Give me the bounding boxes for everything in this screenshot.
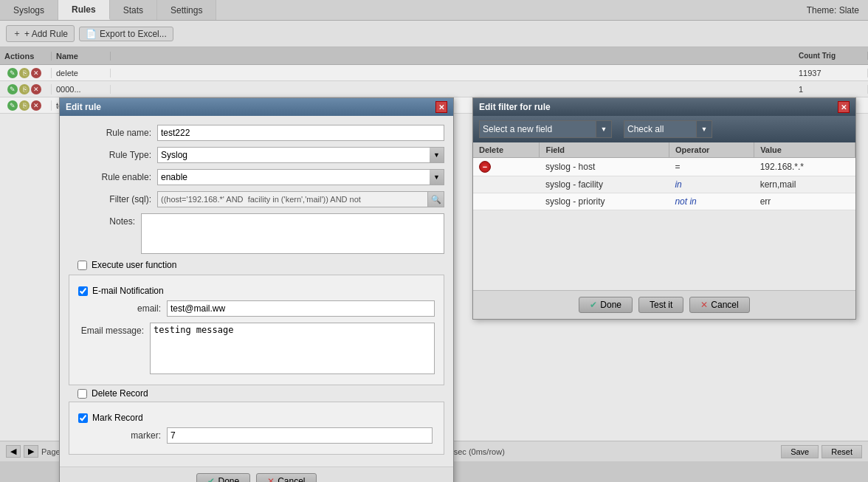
col-actions: Actions xyxy=(0,52,52,61)
rule-type-select[interactable]: Syslog xyxy=(157,147,444,163)
notes-row: Notes: xyxy=(69,213,444,254)
email-message-textarea[interactable]: testing message xyxy=(150,323,435,374)
row2-delete xyxy=(473,176,540,193)
done-icon: ✔ xyxy=(207,476,215,482)
filter-search-button[interactable]: 🔍 xyxy=(428,191,444,207)
row2-actions: ✎ ⎘ ✕ xyxy=(0,84,52,94)
theme-label: Theme: Slate xyxy=(798,0,868,20)
rule-type-label: Rule Type: xyxy=(69,150,157,160)
edit-rule-cancel-button[interactable]: ✕ Cancel xyxy=(256,473,316,482)
filter-footer: ✔ Done Test it ✕ Cancel xyxy=(473,290,855,319)
page-prev-button[interactable]: ◀ xyxy=(6,445,21,458)
row3-actions: ✎ ⎘ ✕ xyxy=(0,100,52,111)
filter-cancel-button[interactable]: ✕ Cancel xyxy=(689,297,749,313)
rule-enable-arrow[interactable]: ▼ xyxy=(430,169,444,185)
table-row: ✎ ⎘ ✕ 0000... 1 xyxy=(0,81,868,97)
rule-type-arrow[interactable]: ▼ xyxy=(430,147,444,163)
row2-value: kern,mail xyxy=(754,176,855,193)
row2-operator: in xyxy=(669,176,754,193)
save-button[interactable]: Save xyxy=(781,445,819,458)
email-notification-section: E-mail Notification email: Email message… xyxy=(69,275,444,385)
filter-table-header: Delete Field Operator Value xyxy=(473,142,855,158)
mark-record-section: Mark Record marker: xyxy=(69,402,444,455)
email-notification-checkbox[interactable] xyxy=(78,286,88,296)
check-all-arrow[interactable]: ▼ xyxy=(696,120,712,138)
email-input[interactable] xyxy=(167,300,435,317)
filter-input-wrapper: 🔍 xyxy=(157,191,444,207)
row1-field: syslog - host xyxy=(540,158,669,176)
add-rule-button[interactable]: ＋ + Add Rule xyxy=(6,25,75,42)
mark-record-checkbox[interactable] xyxy=(78,413,88,423)
tab-stats[interactable]: Stats xyxy=(110,0,157,20)
edit-rule-dialog: Edit rule ✕ Rule name: Rule Type: Syslog… xyxy=(59,97,454,482)
delete-icon[interactable]: ✕ xyxy=(31,68,41,78)
filter-rule-close-button[interactable]: ✕ xyxy=(838,101,850,113)
row1-actions: ✎ ⎘ ✕ xyxy=(0,68,52,78)
row1-name: delete xyxy=(52,69,111,78)
select-field-arrow[interactable]: ▼ xyxy=(596,120,612,138)
edit-icon[interactable]: ✎ xyxy=(7,68,18,78)
edit-icon[interactable]: ✎ xyxy=(7,84,18,94)
execute-user-function-label: Execute user function xyxy=(92,260,176,270)
edit-rule-title-bar: Edit rule ✕ xyxy=(60,98,453,116)
delete-record-label: Delete Record xyxy=(92,388,148,399)
filter-row-3: syslog - priority not in err xyxy=(473,193,855,210)
export-icon: 📄 xyxy=(86,29,97,39)
edit-rule-done-button[interactable]: ✔ Done xyxy=(196,473,250,482)
page-next-button[interactable]: ▶ xyxy=(24,445,38,458)
marker-input[interactable] xyxy=(167,427,433,444)
rule-name-input[interactable] xyxy=(157,125,444,141)
mark-record-checkbox-row: Mark Record xyxy=(78,413,435,423)
execute-user-function-checkbox[interactable] xyxy=(78,261,87,270)
filter-row-2: syslog - facility in kern,mail xyxy=(473,176,855,193)
copy-icon[interactable]: ⎘ xyxy=(19,68,30,78)
edit-icon[interactable]: ✎ xyxy=(7,100,18,111)
row3-field: syslog - priority xyxy=(540,193,669,210)
row1-value: 192.168.*.* xyxy=(754,158,855,176)
filter-body: Delete Field Operator Value − syslog - h… xyxy=(473,142,855,290)
row1-delete-icon[interactable]: − xyxy=(479,161,491,173)
edit-rule-close-button[interactable]: ✕ xyxy=(435,101,447,113)
copy-icon[interactable]: ⎘ xyxy=(19,100,30,111)
filter-row-1: − syslog - host = 192.168.*.* xyxy=(473,158,855,176)
copy-icon[interactable]: ⎘ xyxy=(19,84,30,94)
save-reset: Save Reset xyxy=(781,445,862,458)
toolbar: ＋ + Add Rule 📄 Export to Excel... xyxy=(0,21,868,47)
notes-textarea[interactable] xyxy=(141,213,444,254)
row2-name: 0000... xyxy=(52,85,111,94)
table-header: Actions Name Count Trig xyxy=(0,47,868,65)
row2-count: 1 xyxy=(794,85,868,94)
rule-name-row: Rule name: xyxy=(69,125,444,141)
rule-enable-label: Rule enable: xyxy=(69,172,157,182)
email-message-label: Email message: xyxy=(78,323,150,336)
delete-icon[interactable]: ✕ xyxy=(31,100,41,111)
rule-enable-select[interactable]: enable xyxy=(157,169,444,185)
tab-syslogs[interactable]: Syslogs xyxy=(0,0,58,20)
marker-row: marker: xyxy=(78,427,435,444)
table-row: ✎ ⎘ ✕ delete 11937 xyxy=(0,65,868,81)
delete-record-section: Delete Record xyxy=(78,388,444,399)
reset-button[interactable]: Reset xyxy=(822,445,862,458)
filter-sql-row: Filter (sql): 🔍 xyxy=(69,191,444,207)
row3-delete xyxy=(473,193,540,210)
delete-icon[interactable]: ✕ xyxy=(31,84,41,94)
filter-done-button[interactable]: ✔ Done xyxy=(579,297,633,313)
export-excel-button[interactable]: 📄 Export to Excel... xyxy=(79,27,173,41)
tab-rules[interactable]: Rules xyxy=(58,0,110,20)
filter-test-button[interactable]: Test it xyxy=(638,297,683,313)
tab-settings[interactable]: Settings xyxy=(157,0,216,20)
mark-record-label: Mark Record xyxy=(92,413,143,423)
main-area: Actions Name Count Trig ✎ ⎘ ✕ delete 119… xyxy=(0,47,868,461)
top-nav: Syslogs Rules Stats Settings Theme: Slat… xyxy=(0,0,868,21)
row1-delete: − xyxy=(473,158,540,176)
delete-record-checkbox[interactable] xyxy=(78,389,87,399)
email-notification-checkbox-row: E-mail Notification xyxy=(78,286,435,296)
edit-rule-body: Rule name: Rule Type: Syslog ▼ Rule enab… xyxy=(60,116,453,466)
row3-operator: not in xyxy=(669,193,754,210)
col-operator: Operator xyxy=(669,142,754,158)
filter-sql-input[interactable] xyxy=(157,191,428,207)
rule-name-label: Rule name: xyxy=(69,128,157,138)
filter-cancel-icon: ✕ xyxy=(700,300,708,310)
col-value: Value xyxy=(754,142,855,158)
select-new-field-select[interactable]: Select a new field xyxy=(479,120,612,138)
